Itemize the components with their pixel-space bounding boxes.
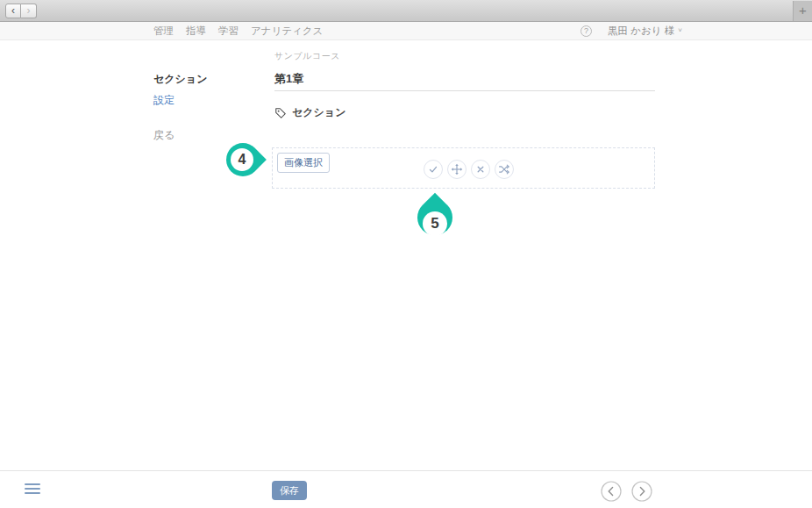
input-underline [274, 90, 655, 91]
prev-button[interactable] [601, 481, 622, 502]
browser-toolbar: ‹ › + [0, 0, 812, 22]
chevron-down-icon: ˅ [678, 26, 682, 34]
app-navbar: 管理 指導 学習 アナリティクス ? 黒田 かおり 様 ˅ [0, 22, 812, 40]
navbar-right: ? 黒田 かおり 様 ˅ [581, 22, 682, 40]
chevron-left-circle-icon [601, 491, 622, 504]
sidebar-item-section: セクション [153, 72, 207, 87]
callout-number-4: 4 [231, 148, 253, 171]
new-tab-button[interactable]: + [793, 1, 812, 21]
confirm-button[interactable] [424, 160, 443, 179]
browser-back-button[interactable]: ‹ [5, 4, 21, 18]
shuffle-button[interactable] [495, 160, 514, 179]
menu-button[interactable] [25, 483, 40, 494]
history-buttons: ‹ › [5, 4, 37, 18]
sidebar-item-back[interactable]: 戻る [153, 128, 175, 143]
section-tag-label: セクション [292, 105, 345, 120]
chevron-right-circle-icon [631, 491, 652, 504]
save-button[interactable]: 保存 [272, 481, 307, 500]
nav-item-analytics[interactable]: アナリティクス [251, 25, 323, 38]
tag-icon [274, 107, 287, 119]
section-tag: セクション [274, 105, 345, 120]
help-icon[interactable]: ? [581, 25, 592, 37]
nav-item-gakushuu[interactable]: 学習 [218, 25, 239, 38]
move-button[interactable] [447, 160, 467, 179]
move-icon [451, 163, 463, 175]
close-icon [474, 163, 487, 175]
check-icon [427, 163, 439, 175]
remove-button[interactable] [471, 160, 490, 179]
user-menu[interactable]: 黒田 かおり 様 ˅ [608, 25, 682, 38]
image-dropzone[interactable]: 画像選択 [272, 147, 655, 189]
nav-item-kanri[interactable]: 管理 [153, 25, 174, 38]
section-title-input[interactable]: 第1章 [274, 71, 655, 87]
app-window: ‹ › + 管理 指導 学習 アナリティクス ? 黒田 かおり 様 ˅ セクショ… [0, 0, 812, 508]
image-select-button[interactable]: 画像選択 [277, 153, 330, 173]
sidebar-item-settings[interactable]: 設定 [153, 93, 175, 108]
user-name: 黒田 かおり 様 [608, 25, 674, 38]
callout-number-5: 5 [423, 211, 447, 236]
nav-item-shidou[interactable]: 指導 [186, 25, 206, 38]
dropzone-actions [424, 160, 514, 179]
hamburger-icon [25, 483, 40, 494]
browser-forward-button[interactable]: › [21, 4, 37, 18]
course-name-label: サンプルコース [274, 50, 340, 62]
shuffle-icon [498, 163, 510, 175]
main-menu: 管理 指導 学習 アナリティクス [153, 22, 323, 40]
footer-bar: 保存 [0, 470, 812, 508]
next-button[interactable] [631, 481, 652, 502]
